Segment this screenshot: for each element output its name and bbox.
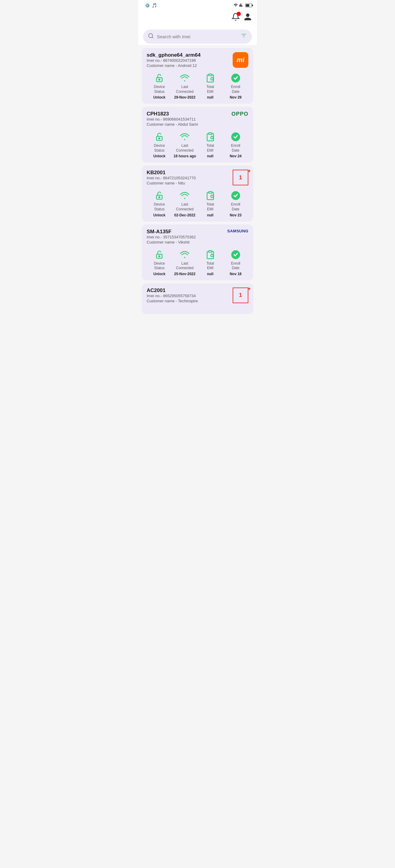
wifi-connected-icon (179, 73, 190, 84)
brand-logo-oneplus: 1 + (233, 287, 248, 303)
stat-device-status: DeviceStatus Unlock (147, 73, 172, 99)
stat-device-status-label: DeviceStatus (154, 85, 165, 94)
stat-enroll-date-value: Nov 18 (230, 272, 242, 276)
status-left: ⚙️ 🎵 (143, 3, 157, 8)
stat-last-connected-label: LastConnected (176, 85, 193, 94)
device-stats: DeviceStatus Unlock LastConnected 02-Dec… (147, 190, 248, 217)
check-badge-icon (230, 73, 241, 84)
device-imei: Imei no.- 357153470575362 (147, 235, 196, 239)
device-name: CPH1823 (147, 111, 198, 117)
brand-logo-oppo: OPPO (231, 111, 248, 117)
device-card-device-2[interactable]: CPH1823 Imei no.- 869066041534711 Custom… (142, 107, 253, 162)
svg-point-13 (159, 138, 160, 139)
stat-device-status: DeviceStatus Unlock (147, 249, 172, 276)
stat-enroll-date-label: EnrollDate (231, 202, 241, 212)
device-customer: Customer name - Android 12 (147, 63, 201, 68)
device-brand-logo: 1 + (233, 170, 248, 185)
stat-last-connected-value: 25-Nov-2022 (174, 272, 196, 276)
svg-point-23 (210, 195, 213, 198)
stat-total-emi-label: TotalEMI (206, 202, 214, 212)
device-customer: Customer name - Nitu (147, 181, 196, 185)
lock-icon (154, 73, 165, 84)
wifi-connected-icon (179, 131, 190, 142)
back-button[interactable] (143, 16, 145, 19)
user-profile-button[interactable] (244, 13, 252, 22)
svg-point-20 (159, 197, 160, 198)
device-card-device-1[interactable]: sdk_gphone64_arm64 Imei no.- 86740002204… (142, 48, 253, 104)
stat-total-emi-label: TotalEMI (206, 85, 214, 94)
svg-point-16 (210, 136, 213, 139)
stat-enroll-date-label: EnrollDate (231, 261, 241, 271)
battery-icon (245, 4, 252, 7)
lock-icon (154, 190, 165, 201)
notif-badge (236, 12, 241, 16)
status-bar: ⚙️ 🎵 (138, 0, 257, 10)
device-card-device-5[interactable]: AC2001 Imei no.- 865295055758734 Custome… (142, 283, 253, 314)
device-customer: Customer name - Abdul Sami (147, 122, 198, 127)
stat-total-emi-label: TotalEMI (206, 144, 214, 153)
device-card-device-3[interactable]: KB2001 Imei no.- 864721053241770 Custome… (142, 165, 253, 221)
svg-point-9 (210, 78, 213, 80)
stat-total-emi: TotalEMI null (198, 249, 223, 276)
stat-last-connected-value: 29-Nov-2022 (174, 95, 196, 99)
svg-rect-22 (208, 192, 212, 193)
header-icons (231, 13, 252, 22)
svg-rect-29 (208, 250, 212, 252)
svg-rect-15 (208, 133, 212, 134)
stat-total-emi-label: TotalEMI (206, 261, 214, 271)
svg-point-6 (159, 79, 160, 80)
wifi-connected-icon (179, 249, 190, 260)
filter-icon[interactable] (241, 33, 247, 41)
device-brand-logo: OPPO (231, 111, 248, 117)
lock-icon (154, 131, 165, 142)
device-name: SM-A135F (147, 229, 196, 235)
device-imei: Imei no.- 865295055758734 (147, 293, 198, 298)
clipboard-icon (205, 190, 216, 201)
stat-device-status-value: Unlock (153, 95, 165, 99)
device-info: KB2001 Imei no.- 864721053241770 Custome… (147, 170, 196, 189)
stat-device-status-value: Unlock (153, 272, 165, 276)
stat-total-emi: TotalEMI null (198, 73, 223, 99)
check-badge-icon (230, 249, 241, 260)
stat-last-connected-value: 02-Dec-2022 (174, 213, 195, 217)
device-brand-logo: 1 + (233, 287, 248, 303)
device-stats: DeviceStatus Unlock LastConnected 29-Nov… (147, 73, 248, 99)
search-input[interactable] (157, 34, 237, 39)
device-header: KB2001 Imei no.- 864721053241770 Custome… (147, 170, 248, 189)
stat-enroll-date-value: Nov 29 (230, 95, 242, 99)
stat-last-connected: LastConnected 29-Nov-2022 (172, 73, 197, 99)
user-icon (244, 17, 252, 22)
device-info: AC2001 Imei no.- 865295055758734 Custome… (147, 287, 198, 307)
stat-device-status-value: Unlock (153, 213, 165, 217)
device-customer: Customer name - Vikshit (147, 240, 196, 244)
brand-logo-samsung: SAMSUNG (227, 229, 248, 233)
device-imei: Imei no.- 867400022047199 (147, 58, 201, 63)
device-stats: DeviceStatus Unlock LastConnected 18 hou… (147, 131, 248, 158)
brand-logo-oneplus: 1 + (233, 170, 248, 185)
stat-total-emi-value: null (207, 272, 213, 276)
wifi-icon (233, 3, 238, 8)
dnd-icon: 🎵 (152, 3, 157, 8)
stat-enroll-date: EnrollDate Nov 24 (223, 131, 248, 158)
stat-last-connected-label: LastConnected (176, 202, 193, 212)
app-header (138, 10, 257, 27)
clipboard-icon (205, 249, 216, 260)
device-imei: Imei no.- 869066041534711 (147, 117, 198, 121)
stat-enroll-date: EnrollDate Nov 23 (223, 190, 248, 217)
stat-last-connected: LastConnected 02-Dec-2022 (172, 190, 197, 217)
notification-button[interactable] (231, 13, 240, 22)
status-right (232, 3, 252, 8)
stat-device-status-value: Unlock (153, 154, 165, 158)
device-customer: Customer name - Techinspire (147, 299, 198, 303)
svg-point-21 (184, 198, 185, 199)
svg-point-27 (159, 255, 160, 257)
device-card-device-4[interactable]: SM-A135F Imei no.- 357153470575362 Custo… (142, 224, 253, 280)
stat-total-emi: TotalEMI null (198, 190, 223, 217)
lock-icon (154, 249, 165, 260)
stat-enroll-date: EnrollDate Nov 18 (223, 249, 248, 276)
stat-enroll-date-label: EnrollDate (231, 144, 241, 153)
stat-enroll-date-value: Nov 23 (230, 213, 242, 217)
svg-line-1 (152, 37, 153, 38)
devices-list: sdk_gphone64_arm64 Imei no.- 86740002204… (138, 45, 257, 317)
stat-enroll-date-value: Nov 24 (230, 154, 242, 158)
